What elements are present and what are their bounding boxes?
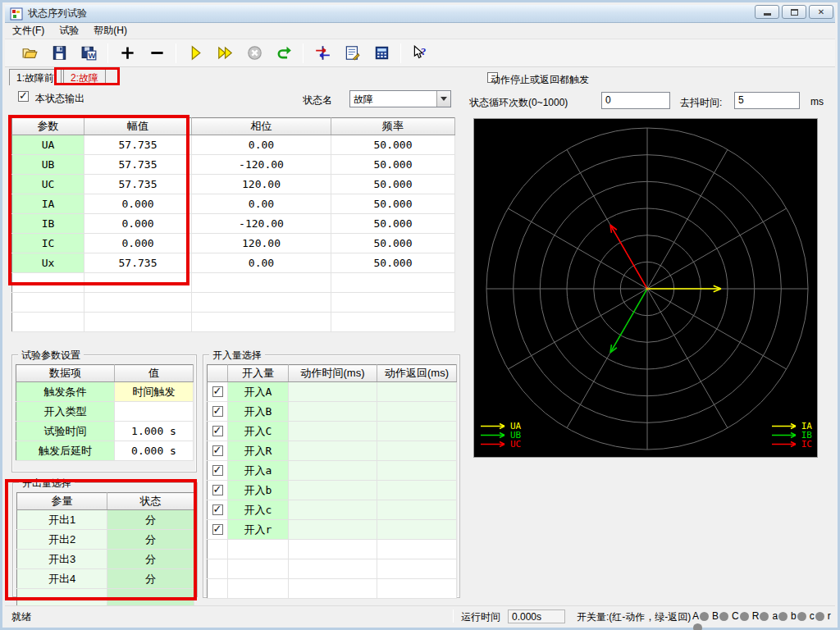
output-state-cell[interactable]: 分 (107, 530, 194, 550)
input-checkbox[interactable] (212, 485, 223, 495)
amplitude-cell[interactable]: 0.000 (84, 194, 192, 214)
amplitude-cell[interactable]: 57.735 (84, 175, 192, 194)
param-value-cell[interactable]: 1.000 s (115, 422, 194, 441)
action-time-cell[interactable] (289, 461, 377, 481)
action-time-cell[interactable] (289, 481, 377, 500)
input-row: 开入A (208, 382, 457, 402)
phase-cell[interactable]: 120.00 (192, 175, 331, 194)
action-time-cell[interactable] (289, 422, 377, 441)
action-time-cell[interactable] (289, 500, 377, 520)
action-return-cell[interactable] (377, 481, 457, 500)
switch-indicator: c (810, 610, 824, 622)
amplitude-cell[interactable]: 0.000 (84, 234, 192, 253)
add-state-button[interactable] (112, 42, 142, 65)
frequency-cell[interactable]: 50.000 (331, 135, 455, 155)
input-name-cell: 开入A (228, 382, 289, 402)
remove-state-button[interactable] (142, 42, 171, 65)
amplitude-cell[interactable]: 57.735 (84, 253, 192, 273)
minimize-button[interactable] (755, 5, 779, 19)
frequency-cell[interactable]: 50.000 (331, 194, 455, 214)
report-button[interactable] (337, 42, 367, 65)
amplitude-cell[interactable]: 57.735 (84, 155, 192, 175)
input-checkbox[interactable] (212, 426, 223, 436)
indicator-dot-icon (760, 612, 769, 621)
param-value-cell[interactable] (115, 402, 194, 422)
action-time-cell[interactable] (289, 520, 377, 540)
open-button[interactable] (15, 42, 44, 65)
input-checkbox[interactable] (212, 465, 223, 476)
menu-help[interactable]: 帮助(H) (86, 22, 135, 39)
phase-cell[interactable]: 120.00 (192, 234, 331, 253)
empty-row (208, 579, 457, 599)
phase-cell[interactable]: 0.00 (192, 135, 331, 155)
state-name-combo[interactable]: 故障 (349, 90, 451, 107)
action-return-cell[interactable] (377, 422, 457, 441)
runtime-label: 运行时间 (461, 610, 500, 624)
measurement-table: 参数 幅值 相位 频率 UA 57.735 0.00 50.000 UB 57.… (11, 117, 455, 332)
indicator-dot-icon (693, 623, 702, 630)
close-button[interactable]: ✕ (809, 5, 833, 19)
indicator-dot-icon (778, 612, 788, 621)
action-return-cell[interactable] (377, 382, 457, 402)
undo-button[interactable] (269, 42, 299, 65)
input-checkbox[interactable] (212, 406, 223, 417)
action-return-cell[interactable] (377, 441, 457, 461)
output-state-cell[interactable]: 分 (107, 569, 194, 589)
menu-file[interactable]: 文件(F) (5, 22, 52, 39)
amplitude-cell[interactable]: 57.735 (84, 135, 192, 155)
phase-cell[interactable]: -120.00 (192, 155, 331, 175)
menu-test[interactable]: 试验 (52, 22, 86, 39)
action-time-cell[interactable] (289, 402, 377, 422)
param-value-cell[interactable]: 0.000 s (115, 441, 194, 461)
action-return-cell[interactable] (377, 520, 457, 540)
empty-row (12, 313, 455, 332)
output-select-table: 参量 状态 开出1 分 开出2 分 开出3 分 开出4 分 (16, 492, 194, 609)
phase-cell[interactable]: 0.00 (192, 194, 331, 214)
stop-disabled-icon (247, 45, 262, 61)
debounce-input[interactable]: 5 (734, 92, 800, 109)
output-select-group-title: 开出量选择 (19, 477, 75, 491)
combo-dropdown-button[interactable] (436, 91, 450, 107)
frequency-cell[interactable]: 50.000 (331, 214, 455, 234)
input-row: 开入a (208, 461, 457, 481)
vector-adjust-button[interactable] (308, 42, 337, 65)
phase-cell[interactable]: 0.00 (192, 253, 331, 273)
calculator-button[interactable] (367, 42, 396, 65)
phase-cell[interactable]: -120.00 (192, 214, 331, 234)
action-time-cell[interactable] (289, 382, 377, 402)
report-icon (345, 45, 360, 61)
loop-count-input[interactable]: 0 (601, 92, 670, 109)
switch-indicator: A (692, 610, 709, 622)
input-checkbox[interactable] (212, 445, 223, 456)
output-state-cell[interactable]: 分 (107, 510, 194, 530)
col-header-input-check (208, 365, 228, 382)
frequency-cell[interactable]: 50.000 (331, 253, 455, 273)
action-time-cell[interactable] (289, 441, 377, 461)
frequency-cell[interactable]: 50.000 (331, 155, 455, 175)
output-state-cell[interactable]: 分 (107, 550, 194, 569)
run-button[interactable] (180, 42, 210, 65)
tab-state-2[interactable]: 2:故障 (63, 69, 106, 85)
tab-state-1[interactable]: 1:故障前 (9, 69, 62, 85)
state-output-checkbox[interactable] (18, 91, 29, 102)
export-report-button[interactable]: W (74, 42, 103, 65)
measurement-row: UA 57.735 0.00 50.000 (12, 135, 455, 155)
run-continuous-button[interactable] (210, 42, 240, 65)
action-return-cell[interactable] (377, 461, 457, 481)
action-return-cell[interactable] (377, 402, 457, 422)
frequency-cell[interactable]: 50.000 (331, 175, 455, 194)
loop-count-label: 状态循环次数(0~1000) (469, 96, 568, 110)
maximize-button[interactable] (782, 5, 806, 19)
menu-bar: 文件(F) 试验 帮助(H) (5, 23, 835, 39)
input-checkbox[interactable] (212, 504, 223, 515)
amplitude-cell[interactable]: 0.000 (84, 214, 192, 234)
stop-button[interactable] (240, 42, 269, 65)
frequency-cell[interactable]: 50.000 (331, 234, 455, 253)
input-checkbox[interactable] (212, 386, 223, 397)
save-button[interactable] (44, 42, 74, 65)
action-return-cell[interactable] (377, 500, 457, 520)
indicator-dot-icon (815, 612, 824, 621)
context-help-button[interactable]: ? (405, 42, 435, 65)
input-checkbox[interactable] (212, 524, 223, 535)
param-value-cell[interactable]: 时间触发 (115, 382, 194, 402)
